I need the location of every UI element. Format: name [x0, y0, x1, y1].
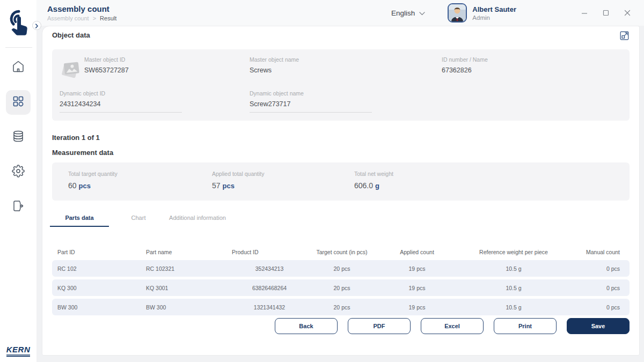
print-button[interactable]: Print [494, 318, 557, 334]
cell-part-name: RC 102321 [141, 265, 232, 272]
metric-unit: g [375, 182, 379, 190]
window-controls [581, 9, 631, 17]
save-button[interactable]: Save [567, 318, 630, 334]
cell-product-id: 63826468264 [232, 285, 307, 291]
main-region: Assembly count Assembly count > Result E… [36, 0, 644, 362]
parts-table: Part ID Part name Product ID Target coun… [52, 249, 630, 315]
field-value: SW653727287 [84, 67, 250, 74]
table-header-row: Part ID Part name Product ID Target coun… [52, 249, 630, 260]
master-object-name-field: Master object name Screws [250, 56, 442, 74]
total-net-weight-metric: Total net weight 606.0 g [354, 171, 613, 190]
field-label: ID number / Name [442, 56, 622, 63]
home-icon [12, 60, 25, 75]
cell-part-id: BW 300 [52, 304, 141, 311]
metric-unit: pcs [222, 182, 234, 190]
user-info: Albert Sauter Admin [472, 5, 516, 21]
cell-target-count: 20 pcs [307, 304, 377, 311]
top-bar: Assembly count Assembly count > Result E… [36, 0, 644, 26]
measurement-data-title: Measurement data [52, 149, 630, 157]
expand-button[interactable] [620, 31, 630, 41]
action-bar: Back PDF Excel Print Save [52, 318, 630, 334]
dynamic-object-id-input[interactable]: 24312434234 [60, 100, 182, 113]
cell-target-count: 20 pcs [307, 285, 377, 291]
measurement-panel: Total target quantity 60 pcs Applied tot… [52, 162, 630, 201]
field-label: Master object ID [84, 56, 250, 63]
user-role: Admin [472, 14, 516, 21]
user-menu[interactable]: Albert Sauter Admin [448, 3, 516, 23]
cell-part-id: KQ 300 [52, 285, 141, 291]
breadcrumb: Assembly count > Result [47, 15, 116, 21]
topbar-right: English [391, 3, 644, 23]
back-button[interactable]: Back [275, 318, 338, 334]
close-button[interactable] [624, 9, 631, 17]
expand-icon [620, 33, 629, 42]
tab-chart[interactable]: Chart [109, 215, 168, 227]
object-data-title: Object data [52, 31, 90, 39]
column-header: Target count (in pcs) [307, 249, 377, 260]
app-logo [0, 0, 36, 47]
language-label: English [391, 9, 415, 17]
cell-product-id: 1321341432 [232, 304, 307, 311]
field-label: Dynamic object ID [60, 90, 250, 97]
sidebar-item-apps[interactable] [6, 90, 31, 115]
tab-additional-information[interactable]: Additional information [168, 215, 227, 227]
cell-reference-weight: 10.5 g [457, 265, 570, 272]
sidebar-nav [0, 55, 36, 219]
minimize-button[interactable] [581, 9, 588, 17]
metric-label: Total target quantity [68, 171, 212, 177]
dynamic-object-name-field: Dynamic object name Screw273717 [250, 90, 442, 113]
kern-logo: KERN [0, 345, 36, 357]
cell-applied-count: 19 pcs [377, 285, 457, 291]
object-data-panel: Master object ID SW653727287 Master obje… [52, 49, 630, 121]
chevron-down-icon [419, 8, 425, 18]
sidebar-expand-toggle[interactable] [32, 21, 41, 30]
column-header: Part ID [52, 249, 141, 260]
language-selector[interactable]: English [391, 8, 425, 18]
excel-button[interactable]: Excel [421, 318, 484, 334]
cell-reference-weight: 10.5 g [457, 304, 570, 311]
avatar [448, 3, 467, 23]
kern-logo-text: KERN [6, 345, 31, 357]
table-row[interactable]: BW 300 BW 300 1321341432 20 pcs 19 pcs 1… [52, 299, 630, 315]
table-row[interactable]: KQ 300 KQ 3001 63826468264 20 pcs 19 pcs… [52, 279, 630, 296]
image-placeholder-icon [60, 60, 84, 81]
gear-icon [12, 165, 25, 180]
tab-parts-data[interactable]: Parts data [50, 215, 109, 227]
column-header: Applied count [377, 249, 457, 260]
sidebar-item-database[interactable] [6, 125, 31, 150]
cell-manual-count: 0 pcs [570, 265, 630, 272]
user-name: Albert Sauter [472, 5, 516, 14]
column-header: Part name [141, 249, 232, 260]
cell-manual-count: 0 pcs [570, 285, 630, 291]
chevron-right-icon [34, 21, 39, 31]
breadcrumb-separator: > [93, 15, 96, 21]
metric-value: 60 [68, 181, 77, 190]
cell-part-id: RC 102 [52, 265, 141, 272]
apps-grid-icon [12, 95, 25, 110]
sidebar: KERN [0, 0, 36, 362]
maximize-button[interactable] [602, 9, 610, 17]
sidebar-item-logout[interactable] [6, 195, 31, 219]
cell-target-count: 20 pcs [307, 265, 377, 272]
breadcrumb-parent[interactable]: Assembly count [47, 15, 89, 21]
metric-value: 606.0 [354, 181, 373, 190]
id-number-name-field: ID number / Name 67362826 [442, 56, 622, 74]
database-icon [12, 130, 25, 145]
field-value: Screws [250, 67, 442, 74]
cell-applied-count: 19 pcs [377, 265, 457, 272]
field-value: 67362826 [442, 67, 622, 74]
sidebar-divider [5, 47, 32, 48]
column-header: Product ID [232, 249, 307, 260]
sidebar-item-settings[interactable] [6, 160, 31, 184]
logout-icon [12, 200, 25, 215]
pdf-button[interactable]: PDF [348, 318, 411, 334]
sidebar-item-home[interactable] [6, 55, 31, 80]
total-target-quantity-metric: Total target quantity 60 pcs [68, 171, 212, 190]
applied-total-quantity-metric: Applied total quantity 57 pcs [212, 171, 354, 190]
dynamic-object-name-input[interactable]: Screw273717 [250, 100, 372, 113]
metric-unit: pcs [78, 182, 90, 190]
page-title: Assembly count [47, 4, 116, 14]
table-row[interactable]: RC 102 RC 102321 352434213 20 pcs 19 pcs… [52, 260, 630, 277]
tab-bar: Parts data Chart Additional information [50, 215, 630, 227]
metric-label: Applied total quantity [212, 171, 354, 177]
